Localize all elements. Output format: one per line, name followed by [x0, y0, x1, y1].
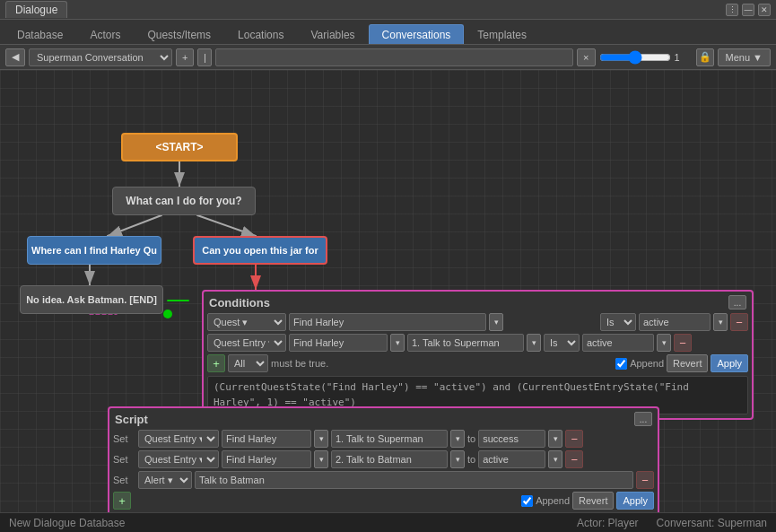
- script-header: Script ...: [113, 412, 654, 426]
- window-controls: ⋮ — ✕: [726, 4, 771, 16]
- menu-btn[interactable]: Menu ▼: [718, 48, 771, 66]
- script-keyword-2: Set: [113, 454, 135, 465]
- script-row-1: Set Quest Entry ▾ ▾ ▾ to ▾ −: [113, 430, 654, 448]
- tab-bar: Database Actors Quests/Items Locations V…: [0, 20, 776, 45]
- script-panel: Script ... Set Quest Entry ▾ ▾ ▾ to ▾ − …: [108, 406, 659, 512]
- script-value-1-dropdown[interactable]: ▾: [548, 430, 562, 448]
- cond-field-1[interactable]: [289, 313, 486, 331]
- cond-col2-2-dropdown[interactable]: ▾: [527, 334, 541, 352]
- script-field-1-dropdown[interactable]: ▾: [314, 430, 328, 448]
- conditions-panel: Conditions ... Quest ▾ ▾ Is ▾ − Quest En…: [202, 290, 754, 420]
- title-tab[interactable]: Dialogue: [5, 1, 67, 18]
- tab-actors[interactable]: Actors: [76, 24, 134, 44]
- node-npc[interactable]: What can I do for you?: [112, 187, 256, 215]
- cond-apply-btn[interactable]: Apply: [711, 354, 748, 372]
- node-pc2[interactable]: Can you open this jar for: [193, 236, 327, 265]
- minimize-icon[interactable]: —: [742, 4, 754, 16]
- script-field-3[interactable]: [195, 471, 633, 489]
- svg-line-4: [197, 215, 256, 236]
- zoom-value: 1: [675, 52, 693, 63]
- script-value-1[interactable]: [478, 430, 545, 448]
- conditions-menu-btn[interactable]: ...: [728, 295, 746, 310]
- tab-quests[interactable]: Quests/Items: [134, 24, 224, 44]
- cond-type-2[interactable]: Quest Entry ▾: [207, 334, 286, 352]
- cond-type-1[interactable]: Quest ▾: [207, 313, 286, 331]
- script-field-1[interactable]: [222, 430, 311, 448]
- canvas-area[interactable]: <START> What can I do for you? Where can…: [0, 70, 776, 512]
- conditions-row-2: Quest Entry ▾ ▾ ▾ Is ▾ −: [207, 334, 748, 352]
- cond-field-2-dropdown[interactable]: ▾: [390, 334, 405, 352]
- cond-append-checkbox[interactable]: Append: [615, 358, 664, 370]
- svg-line-3: [108, 215, 161, 236]
- cond-add-btn[interactable]: +: [207, 354, 225, 372]
- tab-database[interactable]: Database: [4, 24, 76, 44]
- tab-locations[interactable]: Locations: [224, 24, 297, 44]
- cond-remove-2[interactable]: −: [674, 334, 692, 352]
- cond-revert-btn[interactable]: Revert: [667, 354, 708, 372]
- script-keyword-1: Set: [113, 433, 135, 444]
- cond-field-2[interactable]: [289, 334, 388, 352]
- script-col2-1-dropdown[interactable]: ▾: [450, 430, 465, 448]
- cond-col2-2[interactable]: [407, 334, 524, 352]
- cond-field-1-dropdown[interactable]: ▾: [489, 313, 503, 331]
- add-conversation-btn[interactable]: +: [176, 48, 194, 66]
- cond-remove-1[interactable]: −: [730, 313, 748, 331]
- tab-templates[interactable]: Templates: [464, 24, 540, 44]
- close-icon[interactable]: ✕: [758, 4, 771, 16]
- script-keyword-3: Set: [113, 475, 135, 485]
- title-bar: Dialogue ⋮ — ✕: [0, 0, 776, 20]
- cond-value-2-dropdown[interactable]: ▾: [657, 334, 671, 352]
- lock-btn[interactable]: 🔒: [696, 48, 714, 66]
- script-value-2-dropdown[interactable]: ▾: [548, 450, 562, 468]
- script-row-2: Set Quest Entry ▾ ▾ ▾ to ▾ −: [113, 450, 654, 468]
- script-type-1[interactable]: Quest Entry ▾: [138, 430, 219, 448]
- script-field-2-dropdown[interactable]: ▾: [314, 450, 328, 468]
- script-type-3[interactable]: Alert ▾: [138, 471, 192, 489]
- script-remove-3[interactable]: −: [636, 471, 654, 489]
- script-col2-1[interactable]: [331, 430, 448, 448]
- script-menu-btn[interactable]: ...: [634, 412, 652, 426]
- status-actor: Actor: Player: [577, 517, 639, 529]
- script-type-2[interactable]: Quest Entry ▾: [138, 450, 219, 468]
- script-col2-2[interactable]: [331, 450, 448, 468]
- cond-filter-all[interactable]: All: [228, 354, 268, 372]
- conditions-row-1: Quest ▾ ▾ Is ▾ −: [207, 313, 748, 331]
- toolbar: ◀ Superman Conversation + | × 1 🔒 Menu ▼: [0, 45, 776, 70]
- cond-value-1-dropdown[interactable]: ▾: [713, 313, 728, 331]
- node-pc1[interactable]: Where can I find Harley Qu: [27, 236, 161, 265]
- zoom-slider[interactable]: [599, 50, 671, 65]
- script-title: Script: [115, 413, 148, 426]
- conversation-select[interactable]: Superman Conversation: [29, 48, 172, 66]
- tab-variables[interactable]: Variables: [297, 24, 368, 44]
- status-bar: New Dialogue Database Actor: Player Conv…: [0, 512, 776, 532]
- clear-btn[interactable]: ×: [577, 48, 595, 66]
- back-btn[interactable]: ◀: [5, 48, 25, 66]
- tab-conversations[interactable]: Conversations: [369, 24, 465, 44]
- script-add-btn[interactable]: +: [113, 492, 131, 510]
- script-col2-2-dropdown[interactable]: ▾: [450, 450, 465, 468]
- clear-search-btn[interactable]: |: [197, 48, 212, 66]
- script-row-3: Set Alert ▾ −: [113, 471, 654, 489]
- script-revert-btn[interactable]: Revert: [572, 492, 614, 510]
- script-remove-2[interactable]: −: [565, 450, 583, 468]
- cond-filter-must: must be true.: [271, 358, 328, 369]
- conditions-title: Conditions: [209, 296, 270, 310]
- conditions-header: Conditions ...: [207, 295, 748, 310]
- search-input[interactable]: [215, 48, 573, 66]
- script-apply-btn[interactable]: Apply: [616, 492, 654, 510]
- script-value-2[interactable]: [478, 450, 545, 468]
- cond-op-2[interactable]: Is: [544, 334, 580, 352]
- script-filter-row: + Append Revert Apply: [113, 492, 654, 510]
- script-to-1: to: [467, 433, 475, 444]
- node-end[interactable]: No idea. Ask Batman. [END]: [20, 285, 163, 314]
- cond-value-2[interactable]: [582, 334, 654, 352]
- menu-icon[interactable]: ⋮: [726, 4, 738, 16]
- script-field-2[interactable]: [222, 450, 311, 468]
- cond-value-1[interactable]: [639, 313, 711, 331]
- script-remove-1[interactable]: −: [565, 430, 583, 448]
- status-conversant: Conversant: Superman: [657, 517, 767, 529]
- connector-dot: [163, 310, 172, 318]
- script-append-checkbox[interactable]: Append: [521, 495, 570, 507]
- node-start[interactable]: <START>: [121, 133, 238, 161]
- cond-op-1[interactable]: Is: [600, 313, 636, 331]
